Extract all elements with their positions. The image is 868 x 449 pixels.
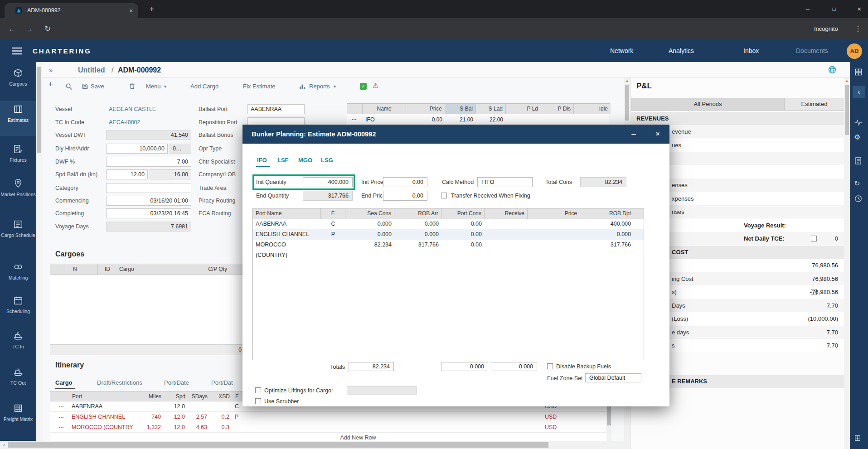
fuel-s-bal-cell[interactable]: 21.00 (445, 114, 473, 125)
new-tab-button[interactable]: + (146, 3, 158, 15)
receive-cell[interactable] (485, 229, 528, 240)
itinerary-col-spd[interactable]: Spd (167, 391, 185, 401)
transfer-received-checkbox[interactable] (441, 193, 447, 198)
price-cell[interactable] (528, 229, 580, 240)
itinerary-col-f[interactable]: F (235, 391, 238, 401)
forward-icon[interactable]: → (24, 23, 35, 35)
left-scrollbar-thumb[interactable] (37, 67, 41, 153)
back-icon[interactable]: ← (6, 23, 18, 35)
sidebar-item-tc-out[interactable]: TC Out (0, 367, 36, 386)
fix-estimate-button[interactable]: Fix Estimate (243, 78, 276, 95)
document-panel-icon[interactable] (854, 156, 863, 165)
col-receive[interactable]: Receive (485, 208, 528, 219)
grid-panel-icon[interactable] (854, 68, 863, 77)
spd-cell[interactable]: 12.0 (167, 412, 185, 422)
col-sea-cons[interactable]: Sea Cons (345, 208, 394, 219)
modal-minimize-icon[interactable]: – (626, 125, 642, 144)
search-icon[interactable] (65, 83, 73, 90)
rob-dpt-cell[interactable]: 317.766 (580, 240, 644, 250)
pnl-scrollbar-thumb[interactable] (845, 85, 849, 135)
fuel-col-s-lad[interactable]: S Lad (476, 104, 506, 114)
sidebar-item-scheduling[interactable]: Scheduling (0, 295, 36, 314)
gear-icon[interactable]: ⚙ (854, 133, 860, 142)
init-quantity-field[interactable]: 400.000 (303, 177, 353, 187)
currency-cell[interactable]: USD (545, 422, 557, 433)
sidebar-item-cargo-schedule[interactable]: Cargo Schedule (0, 219, 36, 238)
window-maximize-button[interactable]: □ (828, 3, 840, 15)
sidebar-item-matching[interactable]: Matching (0, 262, 36, 280)
sidebar-item-fixtures[interactable]: Fixtures (0, 144, 36, 163)
port-cell[interactable]: MOROCCO (COUNTRY (72, 422, 133, 433)
col-port-cons[interactable]: Port Cons (441, 208, 485, 219)
sidebar-item-freight-matrix[interactable]: Freight Matrix (0, 403, 36, 422)
row-menu-icon[interactable]: ••• (59, 422, 64, 433)
sdays-cell[interactable]: 4.63 (184, 422, 207, 433)
dly-hire-field[interactable]: 10,000.00 (106, 144, 168, 154)
nav-analytics[interactable]: Analytics (669, 40, 694, 62)
tab-close-icon[interactable]: × (125, 5, 137, 17)
rob-arr-cell[interactable]: 0.000 (394, 229, 441, 240)
browser-tab[interactable]: ADM-000992 × (5, 3, 138, 18)
itinerary-tab-port-date[interactable]: Port/Date (164, 378, 189, 388)
port-cons-cell[interactable]: 0.00 (441, 240, 485, 250)
fuel-col-idle[interactable]: Idle (574, 104, 611, 114)
end-price-field[interactable]: 0.00 (383, 191, 427, 201)
nav-network[interactable]: Network (610, 40, 633, 62)
port-name-cell[interactable]: ENGLISH CHANNEL (253, 229, 321, 240)
currency-cell[interactable]: USD (545, 412, 557, 422)
rob-dpt-cell[interactable]: 400.000 (580, 219, 644, 229)
fuel-col-name[interactable]: Name (363, 104, 406, 114)
itinerary-col-port[interactable]: Port (72, 391, 82, 401)
dwf-field[interactable]: 7.00 (106, 157, 191, 167)
category-field[interactable] (106, 183, 191, 193)
globe-icon[interactable] (828, 65, 837, 74)
itinerary-tab-cargo[interactable]: Cargo (55, 378, 73, 388)
avatar[interactable]: AD (847, 43, 862, 59)
row-menu-icon[interactable]: ••• (352, 114, 357, 125)
sidebar-item-estimates[interactable]: Estimates (0, 104, 36, 123)
cargoes-col-n[interactable]: N (73, 264, 77, 274)
rob-arr-cell[interactable]: 0.000 (394, 219, 441, 229)
col-port-name[interactable]: Port Name (253, 208, 321, 219)
rob-arr-cell[interactable]: 317.766 (394, 240, 441, 250)
bottom-grid-icon[interactable] (854, 435, 861, 442)
tc-in-code-value-link[interactable]: AECA-I0002 (109, 117, 140, 128)
optimize-liftings-checkbox[interactable] (255, 387, 261, 393)
collapse-panel-chevron-icon[interactable]: ‹ (853, 86, 865, 98)
fuel-price-cell[interactable]: 0.00 (406, 114, 442, 125)
cargoes-col-cargo[interactable]: Cargo (119, 264, 134, 274)
itinerary-scrollbar-thumb[interactable] (607, 406, 611, 425)
use-scrubber-checkbox[interactable] (255, 398, 261, 404)
fuel-col-p-dis[interactable]: P Dis (541, 104, 574, 114)
modal-close-icon[interactable]: × (650, 125, 666, 144)
itinerary-col-sdays[interactable]: SDays (185, 391, 208, 401)
port-name-cell[interactable]: AABENRAA (253, 219, 321, 229)
col-rob-dpt[interactable]: ROB Dpt (580, 208, 644, 219)
f-cell[interactable]: C (321, 219, 345, 229)
save-button[interactable]: Save (91, 78, 104, 95)
add-cargo-button[interactable]: Add Cargo (190, 78, 218, 95)
left-scrollbar[interactable] (36, 62, 43, 441)
commencing-field[interactable]: 03/16/20 01:00 (106, 196, 191, 206)
horizontal-scrollbar-thumb[interactable] (8, 442, 548, 448)
expand-panel-icon[interactable]: » (49, 62, 53, 78)
scroll-up-arrow[interactable]: ▲ (624, 79, 630, 83)
receive-cell[interactable] (485, 219, 528, 229)
miles-cell[interactable]: 740 (138, 412, 161, 422)
add-icon[interactable]: + (48, 80, 53, 89)
fuel-zone-set-field[interactable]: Global Default (585, 373, 641, 382)
save-icon[interactable] (82, 83, 88, 90)
init-price-field[interactable]: 0.00 (383, 177, 427, 187)
modal-tab-mgo[interactable]: MGO (298, 155, 312, 165)
menu-button[interactable]: Menu (146, 78, 161, 95)
reports-button[interactable]: Reports (309, 78, 330, 95)
xsd-cell[interactable]: 0.2 (211, 412, 229, 422)
itinerary-col-miles[interactable]: Miles (139, 391, 161, 401)
fuel-name-cell[interactable]: IFO (365, 114, 375, 125)
pnl-estimated-header[interactable]: Estimated (785, 98, 844, 111)
pnl-scrollbar[interactable]: ▲ (844, 78, 850, 449)
vessel-value-link[interactable]: AEGEAN CASTLE (109, 104, 156, 115)
fuel-s-lad-cell[interactable]: 22.00 (476, 114, 503, 125)
port-cons-cell[interactable]: 0.00 (441, 219, 485, 229)
validation-warning-icon[interactable]: ⚠ (373, 82, 378, 90)
